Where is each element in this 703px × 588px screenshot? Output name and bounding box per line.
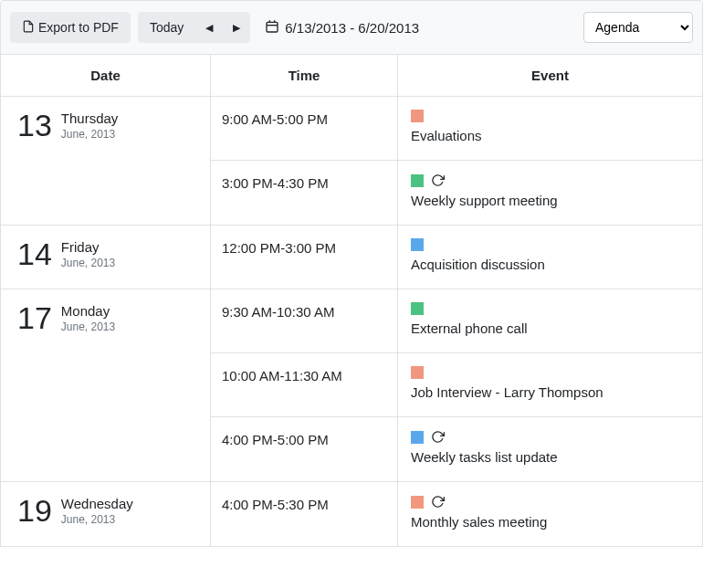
date-range-picker[interactable]: 6/13/2013 - 6/20/2013 (257, 16, 426, 40)
event-cell[interactable]: Weekly support meeting (398, 161, 702, 225)
agenda-table: Date Time Event 13ThursdayJune, 20139:00… (0, 55, 703, 547)
day-row: 19WednesdayJune, 20134:00 PM-5:30 PMMont… (1, 482, 702, 546)
date-monthyear: June, 2013 (61, 128, 119, 141)
time-cell: 4:00 PM-5:00 PM (211, 417, 398, 481)
event-title: Acquisition discussion (411, 257, 691, 272)
time-cell: 10:00 AM-11:30 AM (211, 353, 398, 416)
recurrence-icon (431, 495, 445, 509)
view-select[interactable]: Agenda (583, 12, 693, 43)
date-cell[interactable]: 19WednesdayJune, 2013 (1, 482, 211, 546)
event-top (411, 430, 691, 444)
export-pdf-button[interactable]: Export to PDF (10, 12, 131, 43)
event-title: Evaluations (411, 128, 691, 143)
day-slots: 9:00 AM-5:00 PMEvaluations3:00 PM-4:30 P… (211, 97, 702, 225)
agenda-slot: 3:00 PM-4:30 PMWeekly support meeting (211, 161, 702, 225)
event-cell[interactable]: Weekly tasks list update (398, 417, 702, 481)
calendar-icon (265, 19, 279, 37)
next-button[interactable]: ▶ (223, 12, 250, 43)
time-cell: 4:00 PM-5:30 PM (211, 482, 398, 546)
pdf-icon (22, 20, 35, 36)
event-cell[interactable]: External phone call (398, 289, 702, 352)
time-cell: 12:00 PM-3:00 PM (211, 226, 398, 289)
day-row: 13ThursdayJune, 20139:00 AM-5:00 PMEvalu… (1, 97, 702, 226)
event-cell[interactable]: Job Interview - Larry Thompson (398, 353, 702, 416)
event-cell[interactable]: Evaluations (398, 97, 702, 160)
event-color-swatch (411, 302, 424, 315)
event-top (411, 110, 691, 122)
agenda-slot: 9:00 AM-5:00 PMEvaluations (211, 97, 702, 161)
date-meta: WednesdayJune, 2013 (61, 495, 133, 526)
date-cell[interactable]: 17MondayJune, 2013 (1, 289, 211, 481)
date-daynum: 17 (17, 302, 52, 333)
date-monthyear: June, 2013 (61, 257, 115, 269)
day-slots: 9:30 AM-10:30 AMExternal phone call10:00… (211, 289, 702, 481)
event-cell[interactable]: Acquisition discussion (398, 226, 702, 289)
svg-rect-0 (267, 22, 278, 32)
time-cell: 9:30 AM-10:30 AM (211, 289, 398, 352)
toolbar: Export to PDF Today ◀ ▶ 6/13/2 (0, 0, 703, 55)
date-daynum: 13 (17, 110, 52, 141)
col-header-date: Date (1, 55, 211, 96)
date-dow: Thursday (61, 110, 119, 128)
day-slots: 12:00 PM-3:00 PMAcquisition discussion (211, 226, 702, 289)
today-label: Today (150, 20, 184, 35)
date-dow: Friday (61, 238, 115, 257)
date-range-text: 6/13/2013 - 6/20/2013 (285, 20, 419, 36)
export-pdf-label: Export to PDF (38, 20, 119, 35)
prev-button[interactable]: ◀ (195, 12, 223, 43)
recurrence-icon (431, 430, 445, 444)
recurrence-icon (431, 173, 445, 187)
agenda-slot: 4:00 PM-5:30 PMMonthly sales meeting (211, 482, 702, 546)
event-title: Monthly sales meeting (411, 514, 691, 530)
event-title: External phone call (411, 320, 691, 336)
date-monthyear: June, 2013 (61, 320, 115, 333)
agenda-slot: 4:00 PM-5:00 PMWeekly tasks list update (211, 417, 702, 481)
agenda-slot: 9:30 AM-10:30 AMExternal phone call (211, 289, 702, 353)
agenda-slot: 12:00 PM-3:00 PMAcquisition discussion (211, 226, 702, 289)
col-header-time: Time (211, 55, 398, 96)
caret-left-icon: ◀ (205, 22, 213, 34)
event-title: Job Interview - Larry Thompson (411, 384, 691, 400)
date-meta: MondayJune, 2013 (61, 302, 115, 333)
event-color-swatch (411, 366, 424, 379)
date-dow: Wednesday (61, 495, 133, 513)
event-color-swatch (411, 238, 424, 251)
date-meta: ThursdayJune, 2013 (61, 110, 119, 141)
date-daynum: 19 (17, 495, 52, 526)
event-cell[interactable]: Monthly sales meeting (398, 482, 702, 546)
day-row: 17MondayJune, 20139:30 AM-10:30 AMExtern… (1, 289, 702, 482)
day-slots: 4:00 PM-5:30 PMMonthly sales meeting (211, 482, 702, 546)
today-button[interactable]: Today (138, 12, 195, 43)
caret-right-icon: ▶ (233, 22, 240, 34)
event-color-swatch (411, 110, 424, 122)
event-top (411, 238, 691, 251)
date-cell[interactable]: 13ThursdayJune, 2013 (1, 97, 211, 225)
date-cell[interactable]: 14FridayJune, 2013 (1, 226, 211, 289)
event-top (411, 495, 691, 509)
event-color-swatch (411, 174, 424, 187)
event-title: Weekly support meeting (411, 193, 691, 208)
agenda-header-row: Date Time Event (1, 55, 702, 97)
agenda-slot: 10:00 AM-11:30 AMJob Interview - Larry T… (211, 353, 702, 417)
time-cell: 3:00 PM-4:30 PM (211, 161, 398, 225)
event-title: Weekly tasks list update (411, 449, 691, 465)
date-daynum: 14 (17, 238, 52, 269)
event-color-swatch (411, 431, 424, 444)
event-color-swatch (411, 496, 424, 509)
col-header-event: Event (398, 55, 702, 96)
day-row: 14FridayJune, 201312:00 PM-3:00 PMAcquis… (1, 226, 702, 289)
event-top (411, 302, 691, 315)
date-meta: FridayJune, 2013 (61, 238, 115, 269)
event-top (411, 366, 691, 379)
nav-group: Today ◀ ▶ (138, 12, 250, 43)
event-top (411, 173, 691, 187)
agenda-body: 13ThursdayJune, 20139:00 AM-5:00 PMEvalu… (1, 97, 702, 546)
time-cell: 9:00 AM-5:00 PM (211, 97, 398, 160)
date-dow: Monday (61, 302, 115, 320)
date-monthyear: June, 2013 (61, 513, 133, 526)
